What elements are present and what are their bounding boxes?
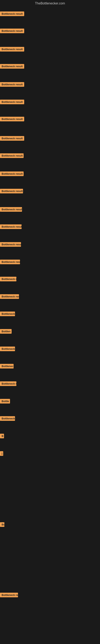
bottleneck-item: | xyxy=(0,451,3,456)
bottleneck-item: Bottleneck result xyxy=(0,47,24,52)
bottleneck-item: Bottleneck result xyxy=(0,207,22,212)
bottleneck-item: Bottleneck xyxy=(0,416,15,421)
bottleneck-item: B xyxy=(0,434,4,438)
bottleneck-item: Bottle xyxy=(0,399,10,404)
bottleneck-item: Bottlenec xyxy=(0,364,14,368)
bottleneck-item: Bottleneck result xyxy=(0,28,24,33)
bottleneck-item: Bottleneck result xyxy=(0,100,24,104)
bottleneck-item: Bottleneck re xyxy=(0,593,18,597)
bottleneck-item: Bottleneck result xyxy=(0,82,24,87)
bottleneck-item: Bottlen xyxy=(0,329,12,334)
bottleneck-item: Bottleneck resul xyxy=(0,260,20,264)
bottleneck-item: Bottleneck result xyxy=(0,136,24,141)
bottleneck-item: Bottleneck result xyxy=(0,224,22,229)
bottleneck-item: Bottleneck result xyxy=(0,117,24,121)
bottleneck-item: Bo xyxy=(0,522,4,527)
site-title: TheBottlenecker.com xyxy=(0,0,100,7)
bottleneck-item: Bottleneck r xyxy=(0,277,16,281)
bottleneck-item: Bottleneck result xyxy=(0,189,23,194)
bottleneck-item: Bottleneck result xyxy=(0,64,24,69)
bottleneck-item: Bottleneck xyxy=(0,346,15,351)
bottleneck-item: Bottleneck result xyxy=(0,12,24,16)
bottleneck-item: Bottleneck r xyxy=(0,381,16,386)
bottleneck-item: Bottleneck result xyxy=(0,153,24,158)
bottleneck-item: Bottleneck xyxy=(0,312,15,316)
bottleneck-item: Bottleneck result xyxy=(0,172,24,176)
bottleneck-item: Bottleneck result xyxy=(0,242,21,247)
bottleneck-item: Bottleneck resu xyxy=(0,294,19,299)
